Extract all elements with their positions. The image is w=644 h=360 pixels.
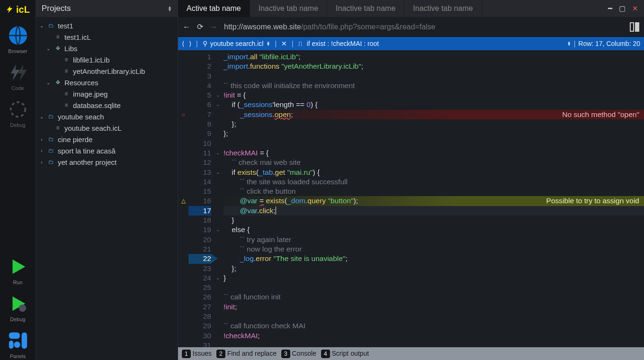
line-number[interactable]: 18 <box>188 216 211 225</box>
nav-forward-icon[interactable]: → <box>210 23 217 31</box>
code-line[interactable]: if exists(_tab.get "mai.ru") { <box>224 168 644 177</box>
panel-tab[interactable]: Find and replace <box>227 350 277 357</box>
tree-item[interactable]: ≡database.sqlite <box>36 99 178 111</box>
maximize-icon[interactable]: ▢ <box>619 4 626 13</box>
fold-icon[interactable]: ⌄ <box>214 148 222 158</box>
rail-debug[interactable]: Debug <box>0 97 36 129</box>
code-line[interactable]: }; <box>224 119 644 129</box>
code-line[interactable]: !init = { <box>224 90 644 100</box>
tree-item[interactable]: ⌄🗀test1 <box>36 20 178 31</box>
code-line[interactable]: _import.functions "yetAnotherLibrary.icL… <box>224 62 644 71</box>
code-line[interactable]: `` try again later <box>224 235 644 244</box>
line-number[interactable]: 12 <box>188 158 211 167</box>
line-number[interactable]: 31 <box>188 341 211 347</box>
line-number[interactable]: 3 <box>188 72 211 81</box>
file-next-icon[interactable]: ⟩ <box>189 40 191 47</box>
code-line[interactable]: `` check mai web site <box>224 158 644 167</box>
line-number[interactable]: 22 <box>188 254 211 263</box>
panel-tab[interactable]: Issues <box>193 350 212 357</box>
panel-tab[interactable]: Console <box>292 350 316 357</box>
line-number[interactable]: 26 <box>188 292 211 302</box>
code-line[interactable]: `` now log the error <box>224 244 644 254</box>
tree-item[interactable]: ›🗀sport la tine acasă <box>36 145 178 156</box>
code-line[interactable]: _sessions.open;No such method "open" <box>224 110 644 119</box>
code-line[interactable] <box>224 283 644 292</box>
line-number[interactable]: 13 <box>188 168 211 177</box>
line-number[interactable]: 1 <box>188 52 211 62</box>
line-number[interactable]: 9 <box>188 129 211 138</box>
line-number[interactable]: 27 <box>188 302 211 312</box>
fold-icon[interactable]: ⌄ <box>214 100 222 109</box>
cursor-position[interactable]: ▲▼ | Row: 17, Columb: 20 <box>567 40 640 47</box>
line-number[interactable]: 25 <box>188 283 211 292</box>
line-number[interactable]: 16 <box>188 196 211 206</box>
fold-icon[interactable]: ⌄ <box>214 225 222 234</box>
line-number[interactable]: 21 <box>188 244 211 254</box>
code-line[interactable]: !checkMAI; <box>224 331 644 341</box>
tree-item[interactable]: ›🗀yet another project <box>36 156 178 168</box>
rail-run[interactable]: Run <box>0 254 36 286</box>
code-line[interactable]: _log.error "The site is unaviable"; <box>224 254 644 263</box>
code-line[interactable]: }; <box>224 264 644 273</box>
code-line[interactable]: }; <box>224 129 644 138</box>
code-line[interactable] <box>224 341 644 347</box>
panel-tab[interactable]: Script output <box>331 350 369 357</box>
code-line[interactable]: `` this code will initialize the environ… <box>224 81 644 90</box>
code-line[interactable]: @var = exists(_dom.query "button");Possi… <box>224 196 644 206</box>
code-line[interactable]: } <box>224 273 644 283</box>
line-number[interactable]: 4 <box>188 81 211 90</box>
line-number[interactable]: 6 <box>188 100 211 109</box>
tab-close-icon[interactable]: ✕ <box>281 40 287 47</box>
line-number[interactable]: 29 <box>188 321 211 331</box>
rail-panels[interactable]: Panels <box>0 328 36 360</box>
line-number[interactable]: 7 <box>188 110 211 119</box>
line-number[interactable]: 19 <box>188 225 211 234</box>
close-icon[interactable]: ✕ <box>632 4 638 13</box>
line-number[interactable]: 8 <box>188 119 211 129</box>
tab-inactive[interactable]: Inactive tab name <box>404 0 482 17</box>
tab-active[interactable]: Active tab name <box>178 0 250 17</box>
line-number[interactable]: 28 <box>188 312 211 321</box>
line-number[interactable]: 30 <box>188 331 211 341</box>
scope-picker[interactable]: if exist : !checkMAI : root <box>307 40 379 47</box>
minimize-icon[interactable]: ━ <box>608 4 612 13</box>
tab-inactive[interactable]: Inactive tab name <box>327 0 404 17</box>
rail-code[interactable]: Code <box>0 60 36 92</box>
code-line[interactable] <box>224 312 644 321</box>
tab-inactive[interactable]: Inactive tab name <box>250 0 327 17</box>
line-number[interactable]: 14 <box>188 177 211 187</box>
err-mark-icon[interactable]: ○ <box>178 110 188 119</box>
code-area[interactable]: _import.all "libfile.icLib";_import.func… <box>222 50 644 347</box>
url-text[interactable]: http://awsome.web.site/path/to/file.php?… <box>224 23 436 31</box>
code-line[interactable]: `` click the button <box>224 187 644 196</box>
tree-item[interactable]: ⌄🗀youtube seach <box>36 111 178 122</box>
fold-icon[interactable]: ⌄ <box>214 273 222 283</box>
line-number[interactable]: 24 <box>188 273 211 283</box>
tree-item[interactable]: ≡yetAnotherLibrary.icLib <box>36 65 178 77</box>
line-number[interactable]: 23 <box>188 264 211 273</box>
line-number[interactable]: 15 <box>188 187 211 196</box>
code-editor[interactable]: ○△ 1234567891011121314151617181920212223… <box>178 50 644 347</box>
line-number[interactable]: 10 <box>188 139 211 148</box>
tree-item[interactable]: ›🗀cine pierde <box>36 134 178 145</box>
file-picker[interactable]: ⚲ youtube search.icl ▲▼ <box>203 40 270 47</box>
nav-back-icon[interactable]: ← <box>183 23 190 31</box>
nav-reload-icon[interactable]: ⟳ <box>197 22 203 31</box>
rail-debug-run[interactable]: Debug <box>0 291 36 323</box>
code-line[interactable]: `` call function init <box>224 292 644 302</box>
fold-icon[interactable]: ⌄ <box>214 90 222 100</box>
rail-browser[interactable]: Browser <box>0 23 36 55</box>
code-line[interactable]: _import.all "libfile.icLib"; <box>224 52 644 62</box>
split-view-icon[interactable] <box>630 22 639 32</box>
code-line[interactable]: } <box>224 216 644 225</box>
code-line[interactable] <box>224 72 644 81</box>
code-line[interactable]: !init; <box>224 302 644 312</box>
code-line[interactable] <box>224 139 644 148</box>
tree-item[interactable]: ≡libfile1.icLib <box>36 54 178 65</box>
tree-item[interactable]: ⌄❖Resources <box>36 77 178 88</box>
tree-item[interactable]: ≡image.jpeg <box>36 88 178 99</box>
line-number[interactable]: 2 <box>188 62 211 71</box>
code-line[interactable]: if (_sessions'length == 0) { <box>224 100 644 109</box>
tree-item[interactable]: ≡youtube seach.icL <box>36 122 178 134</box>
line-number[interactable]: 11 <box>188 148 211 158</box>
